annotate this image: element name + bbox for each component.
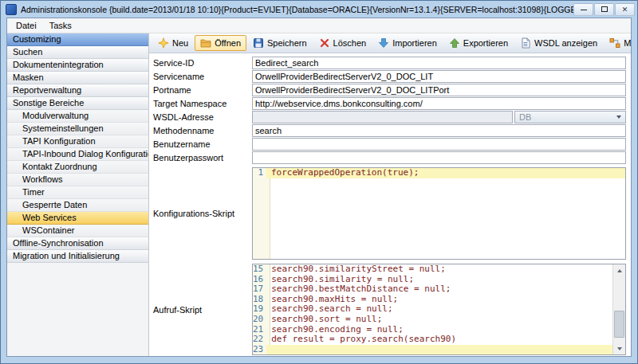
import-button-label: Importieren (392, 38, 437, 48)
close-button[interactable]: ✕ (615, 3, 635, 16)
form-row: Konfigurations-Skript 1 forceWrappedOper… (153, 167, 626, 260)
sidebar-item-customizing[interactable]: Customizing (7, 33, 148, 46)
code-text: search90.bestMatchDistance = null; (266, 284, 612, 295)
sidebar-item-timer[interactable]: Timer (7, 186, 148, 199)
methodenname-input[interactable] (252, 124, 626, 137)
form-row: Benutzerpasswort (153, 151, 626, 164)
code-line: 18 search90.maxHits = null; (253, 295, 612, 305)
code-line: 1 forceWrappedOperation(true); (253, 168, 625, 178)
code-text (266, 345, 612, 355)
new-button[interactable]: Neu (152, 35, 194, 51)
vertical-scrollbar[interactable] (612, 264, 625, 354)
benutzerpasswort-input[interactable] (252, 151, 626, 164)
maximize-button[interactable] (594, 3, 614, 16)
window-body: Datei Tasks Customizing Suchen Dokumente… (6, 18, 632, 357)
servicename-label: Servicename (153, 72, 252, 81)
form-row: Servicename (153, 69, 626, 83)
code-text: search90.search = null; (266, 304, 612, 315)
menu-datei[interactable]: Datei (10, 19, 43, 32)
konfigurations-skript-label: Konfigurations-Skript (153, 209, 252, 218)
delete-button[interactable]: Löschen (313, 35, 372, 51)
chevron-down-icon (616, 115, 621, 119)
scroll-track[interactable] (613, 276, 625, 342)
sidebar-item-systemeinstellungen[interactable]: Systemeinstellungen (7, 123, 148, 135)
code-text: search90.maxHits = null; (266, 295, 612, 305)
sidebar-item-offline-synchronisation[interactable]: Offline-Synchronisation (7, 237, 148, 250)
sidebar-item-web-services[interactable]: Web Services (7, 212, 148, 225)
app-icon[interactable] (6, 4, 17, 15)
open-button-label: Öffnen (215, 38, 241, 48)
wsdl-adresse-dropdown[interactable]: DB (514, 111, 626, 123)
aufruf-script-text-area[interactable]: 15 search90.similarityStreet = null; 16 … (253, 264, 612, 354)
menu-tasks[interactable]: Tasks (43, 19, 78, 32)
sidebar-item-tapi-inbound-dialog-konfiguration[interactable]: TAPI-Inbound Dialog Konfiguration (7, 148, 148, 161)
target-namespace-label: Target Namespace (153, 99, 252, 108)
konfig-script-text-area[interactable]: 1 forceWrappedOperation(true); (253, 168, 625, 259)
aufruf-script-editor: 15 search90.similarityStreet = null; 16 … (252, 264, 626, 355)
minimize-icon (581, 8, 587, 10)
konfig-script-editor: 1 forceWrappedOperation(true); (252, 167, 626, 260)
sidebar-item-suchen[interactable]: Suchen (7, 46, 148, 59)
service-id-label: Service-ID (153, 58, 252, 68)
benutzername-input[interactable] (252, 138, 626, 151)
line-number: 1 (253, 168, 266, 178)
line-number: 22 (253, 335, 266, 345)
scroll-up-button[interactable] (613, 264, 625, 276)
save-button-label: Speichern (267, 38, 307, 48)
webservice-form: Service-ID Servicename Portname Target N… (149, 53, 631, 356)
sidebar-item-tapi-konfiguration[interactable]: TAPI Konfiguration (7, 135, 148, 148)
sidebar-item-gesperrte-daten[interactable]: Gesperrte Daten (7, 199, 148, 212)
servicename-input[interactable] (252, 70, 626, 83)
scroll-down-button[interactable] (613, 342, 625, 354)
export-button[interactable]: Exportieren (443, 35, 514, 51)
sidebar-item-modulverwaltung[interactable]: Modulverwaltung (7, 110, 148, 123)
sidebar-item-kontakt-zuordnung[interactable]: Kontakt Zuordnung (7, 161, 148, 174)
wsdl-button[interactable]: WSDL anzeigen (514, 35, 603, 51)
scroll-thumb[interactable] (614, 311, 624, 337)
minimize-button[interactable] (573, 3, 593, 16)
open-icon (200, 37, 211, 49)
sidebar-item-sonstige-bereiche[interactable]: Sonstige Bereiche (7, 97, 148, 110)
code-text: search90.sort = null; (266, 315, 612, 325)
target-namespace-input[interactable] (252, 97, 626, 110)
form-row: Aufruf-Skript 15 search90.similarityStre… (153, 264, 626, 355)
app-window: Administrationskonsole {build.date=2013/… (0, 0, 638, 364)
line-number: 15 (253, 264, 266, 275)
sidebar-item-wscontainer[interactable]: WSContainer (7, 225, 148, 237)
sidebar-item-masken[interactable]: Masken (7, 72, 148, 84)
wsdl-button-label: WSDL anzeigen (534, 38, 597, 48)
benutzername-label: Benutzername (153, 139, 252, 149)
portname-input[interactable] (252, 84, 626, 96)
sidebar-item-migration-und-initialisierung[interactable]: Migration und Initialisierung (7, 250, 148, 263)
export-icon (449, 37, 460, 49)
code-line: 17 search90.bestMatchDistance = null; (253, 284, 612, 295)
import-icon (378, 37, 389, 49)
line-number: 17 (253, 284, 266, 295)
arrow-down-icon (617, 347, 622, 350)
toolbar: Neu Öffnen Speichern Löschen (149, 33, 631, 53)
line-number: 20 (253, 315, 266, 325)
delete-button-label: Löschen (333, 38, 367, 48)
code-text: search90.similarity = null; (266, 275, 612, 285)
sidebar-item-workflows[interactable]: Workflows (7, 174, 148, 186)
window-controls: ✕ (573, 3, 635, 16)
sidebar-item-reportverwaltung[interactable]: Reportverwaltung (7, 84, 148, 97)
code-text: search90.encoding = null; (266, 325, 612, 335)
import-button[interactable]: Importieren (372, 35, 443, 51)
form-row: Benutzername (153, 137, 626, 151)
arrow-up-icon (617, 269, 622, 272)
mapping-button[interactable]: Mapping (604, 35, 631, 51)
sidebar-navigation: Customizing Suchen Dokumentenintegration… (7, 33, 149, 356)
form-row: WSDL-Adresse DB (153, 110, 626, 123)
wsdl-icon (520, 37, 531, 49)
code-line: 23 (253, 345, 612, 355)
new-icon (158, 37, 169, 49)
sidebar-item-dokumentenintegration[interactable]: Dokumentenintegration (7, 59, 148, 72)
save-button[interactable]: Speichern (247, 35, 313, 51)
delete-icon (319, 37, 330, 49)
open-button[interactable]: Öffnen (195, 35, 246, 51)
benutzerpasswort-label: Benutzerpasswort (153, 153, 252, 162)
service-id-input[interactable] (252, 57, 626, 69)
close-icon: ✕ (622, 6, 628, 14)
new-button-label: Neu (172, 38, 188, 48)
